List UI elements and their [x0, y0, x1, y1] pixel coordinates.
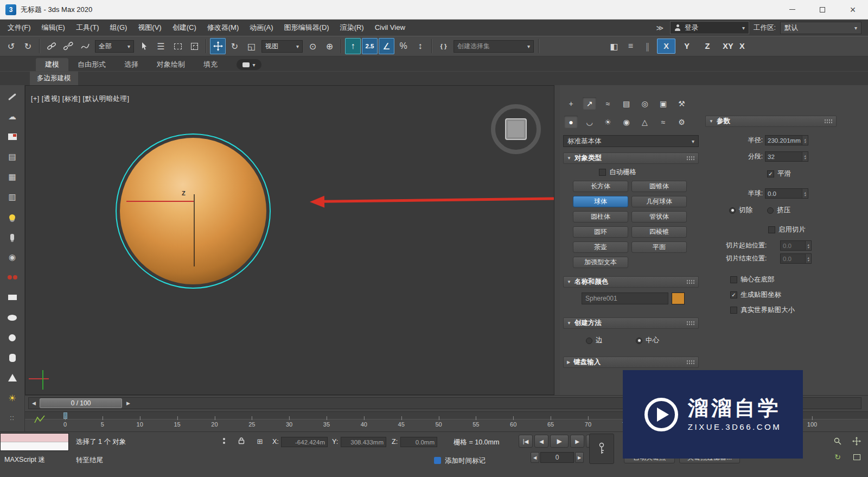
- frame-decrement-button[interactable]: ◀: [531, 452, 539, 463]
- select-and-move-icon[interactable]: [210, 38, 226, 54]
- menu-tools[interactable]: 工具(T): [71, 20, 105, 36]
- spinner-icon[interactable]: ▴▾: [802, 189, 808, 198]
- radius-field[interactable]: 230.201mm▴▾: [765, 135, 808, 145]
- select-and-rotate-icon[interactable]: ↻: [227, 38, 242, 54]
- keyboard-shortcut-override-icon[interactable]: ↑: [345, 38, 361, 54]
- undo-icon[interactable]: ↺: [3, 38, 19, 54]
- zoom-viewport-icon[interactable]: [829, 434, 846, 448]
- menu-file[interactable]: 文件(F): [2, 20, 36, 36]
- select-and-scale-icon[interactable]: ◱: [244, 38, 259, 54]
- axis-constraint-z-button[interactable]: Z: [698, 39, 717, 54]
- viewport[interactable]: [+] [透视] [标准] [默认明暗处理] Z: [25, 85, 554, 395]
- pan-viewport-icon[interactable]: [848, 434, 865, 448]
- set-keys-button[interactable]: [589, 434, 614, 464]
- selection-lock-icon[interactable]: [235, 435, 247, 446]
- axis-constraint-x-button[interactable]: X: [657, 39, 675, 54]
- menu-modifiers[interactable]: 修改器(M): [202, 20, 245, 36]
- axis-constraint-y-button[interactable]: Y: [678, 39, 696, 54]
- reference-coordinate-dropdown[interactable]: 视图 ▾: [261, 40, 303, 53]
- align-icon[interactable]: ≡: [623, 38, 639, 54]
- circle-tool-icon[interactable]: [5, 330, 20, 345]
- button-box[interactable]: 长方体: [573, 181, 628, 192]
- use-pivot-point-center-icon[interactable]: ⊙: [305, 38, 321, 54]
- real-world-checkbox[interactable]: [730, 307, 737, 314]
- hemisphere-field[interactable]: 0.0▴▾: [765, 188, 808, 199]
- select-by-name-icon[interactable]: ☰: [153, 38, 169, 54]
- edge-radio[interactable]: [586, 338, 592, 344]
- button-plane[interactable]: 平面: [631, 241, 687, 253]
- category-shapes-icon[interactable]: ◡: [583, 116, 596, 128]
- gizmo-x-axis-line[interactable]: [126, 201, 194, 202]
- minimize-button[interactable]: [777, 0, 807, 19]
- play-button[interactable]: ▶: [550, 435, 569, 448]
- tab-motion-icon[interactable]: ◎: [638, 97, 652, 110]
- base-pivot-checkbox[interactable]: [730, 276, 737, 283]
- ribbon-tab-populate[interactable]: 填充: [194, 58, 227, 71]
- squash-radio[interactable]: [767, 207, 774, 214]
- button-torus[interactable]: 圆环: [573, 226, 628, 238]
- orbit-viewport-icon[interactable]: ↻: [829, 450, 846, 464]
- frame-back-button[interactable]: ◀: [30, 399, 38, 408]
- button-pyramid[interactable]: 四棱锥: [631, 226, 687, 238]
- globe-icon[interactable]: ◉: [5, 250, 20, 264]
- category-lights-icon[interactable]: ☀: [601, 116, 615, 128]
- rectangle-tool-icon[interactable]: [5, 290, 20, 304]
- edit-named-selection-sets-icon[interactable]: { }: [436, 38, 451, 54]
- button-tube[interactable]: 管状体: [631, 211, 687, 222]
- frame-forward-button[interactable]: ▶: [124, 399, 132, 408]
- coordinate-mode-icon[interactable]: ⊞: [254, 436, 266, 447]
- notes-icon[interactable]: ▤: [5, 150, 20, 164]
- go-to-start-button[interactable]: |◀: [519, 435, 533, 448]
- button-cone[interactable]: 圆锥体: [631, 181, 687, 192]
- percent-snap-toggle-icon[interactable]: %: [395, 38, 411, 54]
- tab-hierarchy-icon[interactable]: ▤: [620, 97, 633, 110]
- autogrid-checkbox[interactable]: [599, 169, 606, 176]
- snaps-toggle-icon[interactable]: 2.5: [362, 38, 378, 54]
- y-coord-field[interactable]: 308.433mm: [341, 437, 386, 447]
- spinner-icon[interactable]: ▴▾: [805, 241, 811, 250]
- x-coord-field[interactable]: -642.424m: [281, 437, 328, 447]
- menu-create[interactable]: 创建(C): [167, 20, 202, 36]
- ribbon-tab-freeform[interactable]: 自由形式: [68, 58, 115, 71]
- tab-display-icon[interactable]: ▣: [656, 97, 670, 110]
- category-cameras-icon[interactable]: ◉: [620, 116, 633, 128]
- rollout-keyboard-entry[interactable]: ▶ 键盘输入: [563, 357, 699, 368]
- ribbon-tab-modeling[interactable]: 建模: [36, 58, 68, 71]
- smooth-checkbox[interactable]: ✓: [767, 170, 774, 177]
- maximize-button[interactable]: [807, 0, 838, 19]
- selection-filter-dropdown[interactable]: 全部 ▾: [95, 40, 134, 53]
- panel-plus-icon[interactable]: +: [564, 97, 578, 110]
- spreadsheet-icon[interactable]: ▥: [5, 190, 20, 204]
- chop-radio[interactable]: [729, 207, 736, 214]
- slice-on-checkbox[interactable]: [768, 226, 775, 233]
- select-object-icon[interactable]: [136, 38, 152, 54]
- named-selection-sets-dropdown[interactable]: 创建选择集 ▾: [454, 40, 534, 53]
- frame-number-field[interactable]: 0: [540, 452, 574, 463]
- ribbon-panel-polygon-modeling[interactable]: 多边形建模: [30, 72, 78, 85]
- more-tools-icon[interactable]: ::: [5, 411, 20, 425]
- rollout-name-color[interactable]: ▼ 名称和颜色: [563, 276, 699, 288]
- window-crossing-toggle-icon[interactable]: [187, 38, 202, 54]
- rectangular-selection-region-icon[interactable]: [170, 38, 186, 54]
- view-cube[interactable]: [491, 104, 541, 154]
- menu-views[interactable]: 视图(V): [132, 20, 167, 36]
- time-slider-handle[interactable]: 0 / 100: [40, 398, 122, 408]
- category-helpers-icon[interactable]: △: [638, 116, 652, 128]
- ribbon-tab-selection[interactable]: 选择: [115, 58, 148, 71]
- z-coord-field[interactable]: 0.0mm: [400, 437, 437, 447]
- button-teapot[interactable]: 茶壶: [573, 241, 628, 253]
- menu-graph-editors[interactable]: 图形编辑器(D): [279, 20, 335, 36]
- table-icon[interactable]: ▦: [5, 170, 20, 184]
- menu-animation[interactable]: 动画(A): [244, 20, 278, 36]
- tab-create-icon[interactable]: ↗: [583, 97, 596, 110]
- cloud-icon[interactable]: ☁: [5, 110, 20, 124]
- slice-from-field[interactable]: 0.0▴▾: [780, 240, 812, 251]
- redo-icon[interactable]: ↻: [20, 38, 36, 54]
- menu-group[interactable]: 组(G): [105, 20, 133, 36]
- menu-edit[interactable]: 编辑(E): [36, 20, 71, 36]
- maxscript-mini-listener[interactable]: [0, 433, 69, 451]
- axis-constraint-clipped-button[interactable]: X: [739, 39, 748, 54]
- angle-snap-toggle-icon[interactable]: ∠: [379, 38, 394, 54]
- spinner-icon[interactable]: ▴▾: [802, 152, 808, 161]
- time-tag-icon[interactable]: [434, 457, 441, 464]
